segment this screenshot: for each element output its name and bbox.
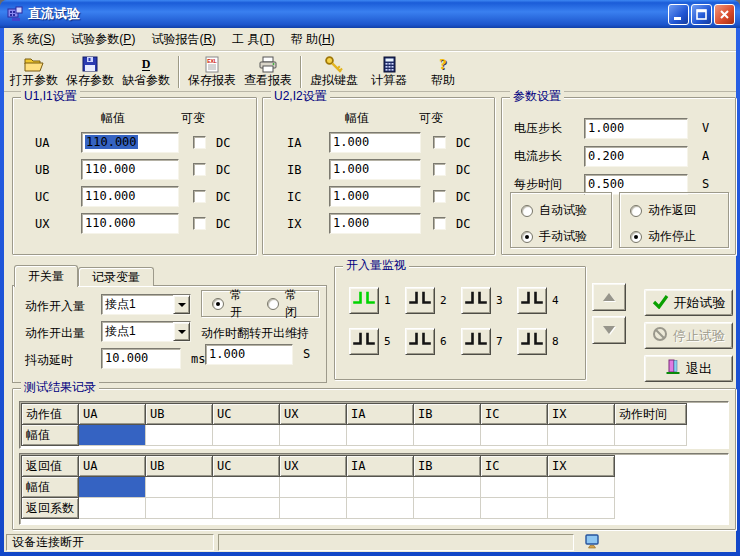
dc-checkbox[interactable] (433, 163, 446, 176)
data-cell[interactable] (280, 477, 347, 498)
amplitude-input[interactable]: 110.000 (81, 213, 179, 234)
amplitude-input[interactable]: 1.000 (329, 132, 421, 153)
data-cell[interactable] (213, 425, 280, 446)
open-params-button[interactable]: 打开参数 (6, 54, 62, 90)
menu-item-2[interactable]: 试验报告(R) (143, 28, 224, 50)
radio-unselected[interactable] (521, 205, 533, 217)
data-cell[interactable] (414, 477, 481, 498)
param-input[interactable]: 1.000 (584, 118, 688, 139)
contact-button-3[interactable] (461, 287, 491, 314)
data-cell[interactable] (146, 477, 213, 498)
save-report-button[interactable]: EXL保存报表 (184, 54, 240, 90)
contact-button-7[interactable] (461, 328, 491, 355)
data-cell[interactable] (548, 498, 615, 519)
down-arrow-button[interactable] (592, 316, 626, 344)
title-bar[interactable]: 直流试验 (0, 0, 740, 28)
debounce-input[interactable]: 10.000 (101, 348, 181, 369)
amplitude-input[interactable]: 110.000 (81, 159, 179, 180)
flip-hold-label: 动作时翻转开出维持 (201, 325, 309, 342)
help-button[interactable]: ??帮助 (416, 54, 470, 90)
data-cell[interactable] (79, 498, 146, 519)
data-cell[interactable] (481, 425, 548, 446)
data-cell[interactable] (146, 498, 213, 519)
flip-hold-input[interactable]: 1.000 (205, 344, 293, 365)
data-cell[interactable] (615, 425, 687, 446)
menu-item-1[interactable]: 试验参数(P) (63, 28, 143, 50)
calculator-button[interactable]: 计算器 (362, 54, 416, 90)
contact-button-1[interactable] (349, 287, 379, 314)
data-cell[interactable] (548, 425, 615, 446)
radio-option[interactable]: 动作返回 (630, 202, 718, 219)
default-params-button[interactable]: D缺省参数 (118, 54, 174, 90)
radio-unselected[interactable] (630, 205, 642, 217)
contact-button-8[interactable] (517, 328, 547, 355)
data-cell[interactable] (414, 425, 481, 446)
start-test-button[interactable]: 开始试验 (644, 289, 733, 316)
amplitude-input[interactable]: 1.000 (329, 213, 421, 234)
tab-switch[interactable]: 开关量 (14, 265, 78, 287)
toolbar-separator (178, 56, 180, 88)
chevron-down-icon[interactable] (173, 322, 190, 341)
row-header: 幅值 (22, 425, 79, 446)
action-input-dropdown[interactable]: 接点1 (101, 294, 191, 315)
data-cell[interactable] (347, 498, 414, 519)
dc-checkbox[interactable] (433, 190, 446, 203)
exit-button[interactable]: 退出 (644, 355, 733, 382)
chevron-down-icon[interactable] (173, 295, 190, 314)
contact-button-5[interactable] (349, 328, 379, 355)
menu-item-3[interactable]: 工 具(T) (224, 28, 283, 50)
save-params-button[interactable]: 保存参数 (62, 54, 118, 90)
data-cell[interactable] (213, 477, 280, 498)
selected-cell[interactable] (79, 425, 146, 446)
view-report-button[interactable]: 查看报表 (240, 54, 296, 90)
dc-checkbox[interactable] (193, 136, 206, 149)
amplitude-input[interactable]: 110.000 (81, 186, 179, 207)
virtual-keyboard-button[interactable]: 虚拟键盘 (306, 54, 362, 90)
data-cell[interactable] (481, 477, 548, 498)
menu-item-0[interactable]: 系 统(S) (4, 28, 63, 50)
data-cell[interactable] (414, 498, 481, 519)
data-cell[interactable] (347, 425, 414, 446)
panel-u1-i1: U1,I1设置 幅值 可变 UA110.000DCUB110.000DCUC11… (12, 97, 257, 255)
dc-checkbox[interactable] (433, 217, 446, 230)
radio-option[interactable]: 动作停止 (630, 228, 718, 245)
dc-checkbox[interactable] (193, 163, 206, 176)
data-cell[interactable] (280, 425, 347, 446)
maximize-icon[interactable] (691, 4, 712, 25)
selected-cell[interactable] (79, 477, 146, 498)
amplitude-input[interactable]: 110.000 (81, 132, 179, 153)
menu-item-4[interactable]: 帮 助(H) (283, 28, 343, 50)
close-icon[interactable] (714, 4, 735, 25)
data-cell[interactable] (347, 477, 414, 498)
up-arrow-button[interactable] (592, 283, 626, 311)
menu-bar: 系 统(S)试验参数(P)试验报告(R)工 具(T)帮 助(H) (4, 28, 736, 51)
radio-unselected[interactable] (267, 298, 279, 310)
contact-button-6[interactable] (405, 328, 435, 355)
data-cell[interactable] (280, 498, 347, 519)
radio-option[interactable]: 常开 (212, 287, 253, 321)
tab-record[interactable]: 记录变量 (78, 267, 154, 286)
radio-option[interactable]: 自动试验 (521, 202, 601, 219)
contact-button-4[interactable] (517, 287, 547, 314)
action-output-dropdown[interactable]: 接点1 (101, 321, 191, 342)
amplitude-input[interactable]: 1.000 (329, 186, 421, 207)
data-cell[interactable] (548, 477, 615, 498)
dc-checkbox[interactable] (433, 136, 446, 149)
radio-option[interactable]: 手动试验 (521, 228, 601, 245)
dc-checkbox[interactable] (193, 190, 206, 203)
amplitude-input[interactable]: 1.000 (329, 159, 421, 180)
data-cell[interactable] (481, 498, 548, 519)
dc-checkbox[interactable] (193, 217, 206, 230)
dc-label: DC (216, 136, 230, 150)
param-input[interactable]: 0.200 (584, 146, 688, 167)
data-cell[interactable] (213, 498, 280, 519)
stop-test-button[interactable]: 停止试验 (644, 322, 733, 349)
radio-selected[interactable] (630, 231, 642, 243)
radio-selected[interactable] (521, 231, 533, 243)
panel-parameters: 参数设置 电压步长1.000V电流步长0.200A每步时间0.500S 自动试验… (501, 97, 736, 255)
radio-selected[interactable] (212, 298, 224, 310)
minimize-icon[interactable] (668, 4, 689, 25)
radio-option[interactable]: 常闭 (267, 287, 308, 321)
data-cell[interactable] (146, 425, 213, 446)
contact-button-2[interactable] (405, 287, 435, 314)
